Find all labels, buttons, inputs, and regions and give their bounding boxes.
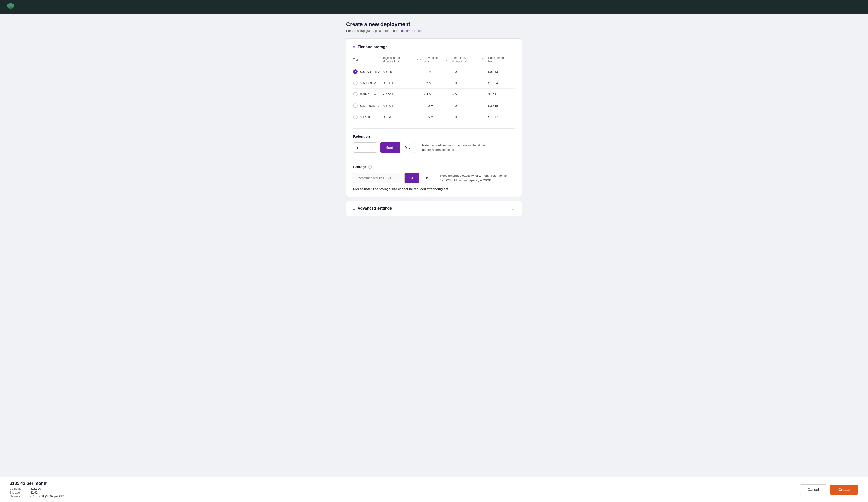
col-price: Price per hour from xyxy=(488,54,515,66)
advanced-section[interactable]: » Advanced settings ⌄ xyxy=(347,201,521,216)
col-ingestion: Ingestion rate, datapoints/s i xyxy=(383,54,424,66)
price-total: $185.42 per month xyxy=(10,481,64,486)
chevron-down-icon: ⌄ xyxy=(511,206,515,211)
storage-row: GB TB Recommended capacity for 1 month r… xyxy=(353,173,515,183)
tier-radio-s-meduim-a[interactable] xyxy=(353,103,358,108)
tier-read-rate: ~ 0 xyxy=(452,89,488,100)
storage-input[interactable] xyxy=(353,173,402,183)
create-button[interactable]: Create xyxy=(830,485,858,494)
table-row[interactable]: S.SMALL.A < 200 k ~ 5 M ~ 0 $1.521 xyxy=(353,89,515,100)
network-value: ~ $1 ($0.09 per GB) xyxy=(39,495,64,498)
ingestion-info-icon[interactable]: i xyxy=(417,58,421,61)
retention-day-btn[interactable]: Day xyxy=(400,143,415,153)
table-row[interactable]: S.STARTER.A < 50 k ~ 1 M ~ 0 $0.253 xyxy=(353,66,515,78)
compute-row: Compute $182.50 xyxy=(10,487,64,490)
tier-name: S.SMALL.A xyxy=(360,93,376,96)
compute-label: Compute xyxy=(10,487,27,490)
storage-gb-btn[interactable]: GB xyxy=(405,173,419,183)
tier-radio-s-small-a[interactable] xyxy=(353,92,358,96)
retention-desc: Retention defines how long data will be … xyxy=(422,143,490,152)
tier-radio-s-large-a[interactable] xyxy=(353,115,358,119)
retention-input[interactable] xyxy=(353,143,378,153)
cancel-button[interactable]: Cancel xyxy=(800,484,827,495)
main-content: Create a new deployment For the setup gu… xyxy=(342,13,526,249)
tier-name: S.MICRO.A xyxy=(360,81,376,85)
advanced-settings-card[interactable]: » Advanced settings ⌄ xyxy=(346,201,522,216)
tier-price: $1.521 xyxy=(488,89,515,100)
retention-month-btn[interactable]: Month xyxy=(381,143,400,153)
storage-note-bold: Please note: xyxy=(353,187,372,191)
advanced-section-label: Advanced settings xyxy=(358,206,392,211)
network-label: Network xyxy=(10,495,27,498)
tier-section-header: » Tier and storage xyxy=(353,44,515,49)
tier-read-rate: ~ 0 xyxy=(452,111,488,123)
storage-toggle-group: GB TB xyxy=(404,173,433,183)
storage-desc: Recommended capacity for 1 month retenti… xyxy=(440,173,513,183)
advanced-section-icon: » xyxy=(353,206,355,211)
price-breakdown: Compute $182.50 Storage $2.92 Network i … xyxy=(10,487,64,498)
storage-label: Storage xyxy=(353,165,367,169)
tier-ingestion: < 1 M xyxy=(383,111,424,123)
action-buttons: Cancel Create xyxy=(800,484,858,495)
storage-row: Storage $2.92 xyxy=(10,491,64,494)
tier-ingestion: < 100 k xyxy=(383,78,424,89)
table-row[interactable]: S.MEDUIM.A < 500 k ~ 10 M ~ 0 $3.549 xyxy=(353,100,515,111)
tier-read-rate: ~ 0 xyxy=(452,66,488,78)
storage-cost-value: $2.92 xyxy=(30,491,38,494)
logo xyxy=(6,2,16,12)
tier-active-time: ~ 2 M xyxy=(424,78,452,89)
tier-name: S.MEDUIM.A xyxy=(360,104,379,107)
tier-price: $0.253 xyxy=(488,66,515,78)
tier-storage-card: » Tier and storage Tier Ingestion rate, … xyxy=(346,38,522,197)
tier-radio-s-micro-a[interactable] xyxy=(353,81,358,85)
retention-toggle-group: Month Day xyxy=(380,142,415,153)
retention-section: Retention Month Day Retention defines ho… xyxy=(347,129,521,158)
tier-read-rate: ~ 0 xyxy=(452,100,488,111)
documentation-link[interactable]: documentation xyxy=(401,29,422,32)
page-title: Create a new deployment xyxy=(346,21,522,28)
storage-info-icon[interactable]: i xyxy=(368,165,372,168)
col-active-time: Active time series i xyxy=(424,54,452,66)
storage-cost-label: Storage xyxy=(10,491,27,494)
tier-name: S.STARTER.A xyxy=(360,70,380,73)
price-section: $185.42 per month Compute $182.50 Storag… xyxy=(10,481,64,498)
retention-label: Retention xyxy=(353,134,515,139)
col-read-rate: Read rate, datapoints/s i xyxy=(452,54,488,66)
storage-note: Please note: The storage size cannot be … xyxy=(353,187,515,191)
storage-note-text: The storage size cannot be reduced after… xyxy=(372,187,449,191)
network-info-icon[interactable]: i xyxy=(30,495,34,498)
retention-row: Month Day Retention defines how long dat… xyxy=(353,142,515,153)
storage-tb-btn[interactable]: TB xyxy=(419,173,433,183)
tier-ingestion: < 500 k xyxy=(383,100,424,111)
tier-ingestion: < 200 k xyxy=(383,89,424,100)
storage-label-row: Storage i xyxy=(353,165,515,169)
storage-section: Storage i GB TB Recommended capacity for… xyxy=(347,159,521,196)
tier-price: $7.097 xyxy=(488,111,515,123)
tier-active-time: ~ 10 M xyxy=(424,100,452,111)
read-rate-info-icon[interactable]: i xyxy=(482,58,485,61)
table-row[interactable]: S.LARGE.A < 1 M ~ 15 M ~ 0 $7.097 xyxy=(353,111,515,123)
tier-active-time: ~ 5 M xyxy=(424,89,452,100)
table-row[interactable]: S.MICRO.A < 100 k ~ 2 M ~ 0 $1.014 xyxy=(353,78,515,89)
compute-value: $182.50 xyxy=(30,487,41,490)
tier-radio-s-starter-a[interactable] xyxy=(353,70,358,74)
tier-ingestion: < 50 k xyxy=(383,66,424,78)
tier-table: Tier Ingestion rate, datapoints/s i Acti… xyxy=(353,54,515,123)
page-subtitle: For the setup guide, please refer to the… xyxy=(346,29,522,32)
bottom-bar: $185.42 per month Compute $182.50 Storag… xyxy=(0,477,868,502)
tier-section-label: Tier and storage xyxy=(358,45,388,49)
network-row: Network i ~ $1 ($0.09 per GB) xyxy=(10,495,64,498)
tier-read-rate: ~ 0 xyxy=(452,78,488,89)
tier-section: » Tier and storage Tier Ingestion rate, … xyxy=(347,39,521,128)
top-bar xyxy=(0,0,868,13)
tier-active-time: ~ 1 M xyxy=(424,66,452,78)
tier-section-icon: » xyxy=(353,44,355,49)
tier-price: $3.549 xyxy=(488,100,515,111)
advanced-label: » Advanced settings xyxy=(353,206,392,211)
active-time-info-icon[interactable]: i xyxy=(446,58,450,61)
tier-price: $1.014 xyxy=(488,78,515,89)
col-tier: Tier xyxy=(353,54,383,66)
tier-name: S.LARGE.A xyxy=(360,115,376,119)
tier-active-time: ~ 15 M xyxy=(424,111,452,123)
